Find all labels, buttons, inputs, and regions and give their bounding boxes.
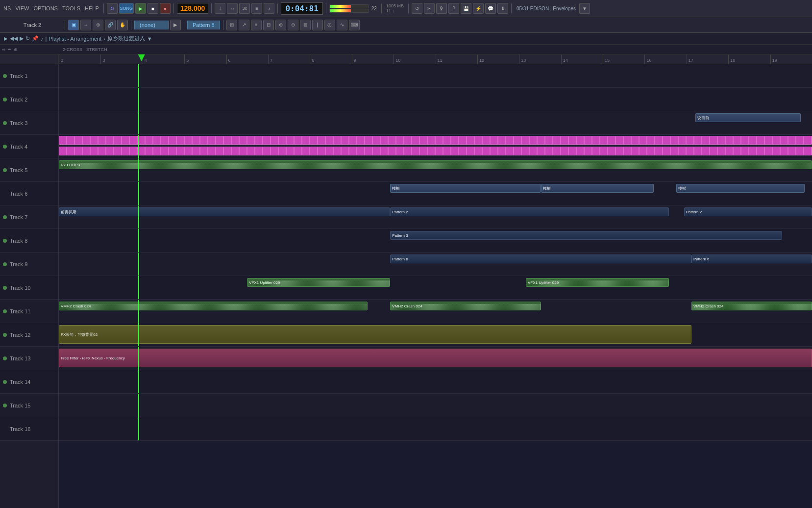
clip-7-0[interactable]: 前奏贝斯 (59, 207, 390, 216)
move-tool-icon[interactable]: ⇔ (2, 47, 6, 52)
clip-6-1[interactable]: 揽摇 (541, 184, 654, 193)
group-icon[interactable]: ≡ (251, 20, 262, 30)
stop-button[interactable]: ■ (148, 3, 158, 14)
menu-ns[interactable]: NS (2, 5, 12, 11)
nav-forward[interactable]: ▶ (20, 35, 24, 42)
ruler-tick-7: 7 (268, 54, 310, 64)
clip-13-0[interactable]: Free Filter - reFX Nexus - Frequency (59, 349, 812, 367)
audio-icon[interactable]: ♪ (264, 3, 274, 14)
song-mode-button[interactable]: SONG (119, 3, 134, 14)
clip-11-1[interactable]: VMH2 Crash 024 (390, 302, 541, 310)
clip-6-0[interactable]: 揽摇 (390, 184, 541, 193)
ruler-tick-8: 8 (310, 54, 351, 64)
track-label-9: Track 9 (10, 261, 27, 267)
pen-tool-icon[interactable]: ✒ (8, 47, 12, 52)
menu-view[interactable]: VIEW (14, 5, 30, 11)
clip-5-0[interactable]: R7 LOOP3 (59, 160, 812, 169)
clip-label-9-0: Pattern 6 (392, 257, 408, 261)
key-icon[interactable]: ⌨ (349, 20, 360, 30)
clip-10-0[interactable]: VFX1 Uplifter 029 (247, 278, 390, 287)
track-name-5[interactable]: Track 5 (0, 158, 58, 182)
clip-7-2[interactable]: Pattern 2 (684, 207, 812, 216)
mic-icon[interactable]: 🎙 (436, 3, 447, 14)
clip-10-1[interactable]: VFX1 Uplifter 029 (526, 278, 669, 287)
edison-expand-icon[interactable]: ▼ (579, 3, 590, 14)
nav-arrows[interactable]: ◀◀ (10, 35, 18, 42)
nav-refresh[interactable]: ↻ (25, 35, 30, 42)
save-icon[interactable]: 💾 (461, 3, 471, 14)
ruler-tick-6: 6 (226, 54, 268, 64)
time-display: 0:04:81 (281, 2, 322, 15)
marker-icon[interactable]: | (312, 20, 323, 30)
link-tool[interactable]: 🔗 (105, 20, 116, 30)
track-name-2[interactable]: Track 2 (0, 88, 58, 111)
loop-icon[interactable]: ↻ (107, 3, 118, 14)
export-icon[interactable]: ↗ (239, 20, 249, 30)
clip-pink-row2-4[interactable] (59, 147, 812, 155)
chat-icon[interactable]: 💬 (485, 3, 496, 14)
snap-icon[interactable]: ↔ (227, 3, 238, 14)
midi-icon[interactable]: ≡ (251, 3, 262, 14)
track-name-13[interactable]: Track 13 (0, 347, 58, 370)
mixer-icon[interactable]: ⊞ (226, 20, 237, 30)
track-name-16[interactable]: Track 16 (0, 417, 58, 441)
help-icon[interactable]: ? (448, 3, 459, 14)
track-name-12[interactable]: Track 12 (0, 323, 58, 347)
track-name-10[interactable]: Track 10 (0, 276, 58, 300)
pattern-selector[interactable]: Pattern 8 (187, 21, 220, 29)
metronome-icon[interactable]: ♩ (215, 3, 225, 14)
nav-audio[interactable]: ♪ (41, 36, 44, 42)
curve-icon[interactable]: ∿ (337, 20, 347, 30)
zoom-out-icon[interactable]: ⊖ (288, 20, 298, 30)
clip-12-0[interactable]: FX长句，可微背景02 (59, 325, 691, 344)
track-name-3[interactable]: Track 3 (0, 111, 58, 135)
play-button[interactable]: ▶ (135, 3, 146, 14)
breadcrumb-playlist[interactable]: Playlist - Arrangement (49, 36, 101, 42)
playhead-line-6 (138, 182, 139, 205)
snap-arrow[interactable]: ▶ (170, 20, 181, 30)
tracks-scroll[interactable]: 说目前R7 LOOP3揽摇揽摇揽摇前奏贝斯Pattern 2Pattern 2P… (59, 64, 812, 508)
select-tool[interactable]: → (80, 20, 91, 30)
clip-6-2[interactable]: 揽摇 (676, 184, 804, 193)
clip-3-0[interactable]: 说目前 (695, 113, 801, 122)
track-name-4[interactable]: Track 4 (0, 135, 58, 158)
quantize-3x-icon[interactable]: 3x (239, 3, 250, 14)
clip-9-0[interactable]: Pattern 6 (390, 254, 691, 263)
refresh-icon[interactable]: ↺ (412, 3, 422, 14)
breadcrumb-expand[interactable]: ▼ (147, 36, 152, 42)
draw-tool[interactable]: ▣ (68, 20, 79, 30)
track-name-8[interactable]: Track 8 (0, 229, 58, 253)
track-name-7[interactable]: Track 7 (0, 205, 58, 229)
track-name-9[interactable]: Track 9 (0, 253, 58, 276)
channel-icon[interactable]: ⊟ (263, 20, 274, 30)
cut-icon[interactable]: ✂ (424, 3, 435, 14)
clip-11-0[interactable]: VMH2 Crash 024 (59, 302, 368, 310)
zoom-tool[interactable]: ⊕ (93, 20, 103, 30)
clip-8-0[interactable]: Pattern 3 (390, 231, 782, 240)
plugin-icon[interactable]: ⚡ (473, 3, 484, 14)
download-icon[interactable]: ⬇ (497, 3, 508, 14)
clip-7-1[interactable]: Pattern 2 (390, 207, 669, 216)
track-name-6[interactable]: Track 6 (0, 182, 58, 205)
menu-options[interactable]: OPTIONS (32, 5, 59, 11)
fit-icon[interactable]: ⊠ (300, 20, 311, 30)
track-name-14[interactable]: Track 14 (0, 370, 58, 394)
nav-pin[interactable]: 📌 (32, 35, 39, 42)
track-name-11[interactable]: Track 11 (0, 300, 58, 323)
bpm-display[interactable]: 128.000 (177, 3, 209, 14)
clip-11-2[interactable]: VMH2 Crash 024 (691, 302, 812, 310)
track-label-4: Track 4 (10, 144, 27, 150)
track-clips-container: 说目前R7 LOOP3揽摇揽摇揽摇前奏贝斯Pattern 2Pattern 2P… (59, 64, 812, 441)
snap-dropdown[interactable]: (none) (134, 21, 169, 29)
menu-help[interactable]: HELP (83, 5, 100, 11)
knob-icon[interactable]: ◎ (324, 20, 335, 30)
tl-icon3[interactable]: ⊕ (14, 47, 18, 52)
menu-tools[interactable]: TOOLS (61, 5, 82, 11)
mute-tool[interactable]: ✋ (117, 20, 128, 30)
clip-9-1[interactable]: Pattern 6 (691, 254, 812, 263)
clip-pink-row1-4[interactable] (59, 136, 812, 145)
zoom-in-icon[interactable]: ⊕ (275, 20, 286, 30)
record-button[interactable]: ● (160, 3, 171, 14)
track-name-1[interactable]: Track 1 (0, 64, 58, 88)
track-name-15[interactable]: Track 15 (0, 394, 58, 417)
